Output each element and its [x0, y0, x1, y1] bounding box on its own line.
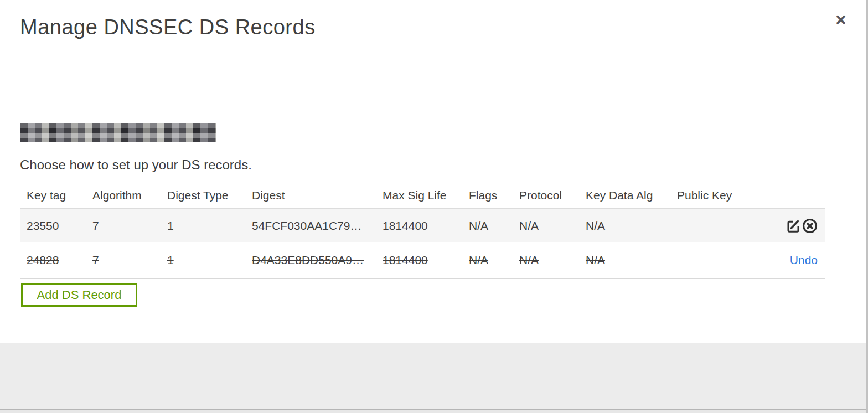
edit-in-square-icon[interactable] [786, 218, 801, 234]
cell-algorithm: 7 [92, 219, 167, 233]
cell-digest-type: 1 [167, 219, 252, 233]
cell-protocol: N/A [519, 254, 586, 267]
cell-protocol: N/A [519, 219, 586, 233]
cell-max-sig-life: 1814400 [383, 254, 469, 267]
cell-digest: D4A33E8DD550A9… [252, 254, 383, 267]
page-title: Manage DNSSEC DS Records [20, 16, 316, 39]
circle-x-icon[interactable] [802, 218, 818, 234]
cell-algorithm: 7 [92, 254, 167, 267]
col-header-key-data-alg: Key Data Alg [586, 189, 677, 202]
close-icon[interactable]: × [831, 10, 851, 30]
col-header-max-sig-life: Max Sig Life [383, 189, 469, 202]
col-header-protocol: Protocol [519, 189, 586, 202]
col-header-algorithm: Algorithm [92, 189, 167, 202]
table-header-row: Key tag Algorithm Digest Type Digest Max… [20, 183, 825, 208]
undo-link[interactable]: Undo [790, 254, 818, 267]
cell-key-tag: 23550 [20, 219, 92, 233]
cell-digest-type: 1 [167, 254, 252, 267]
cell-key-data-alg: N/A [586, 254, 677, 267]
col-header-flags: Flags [469, 189, 519, 202]
col-header-digest: Digest [252, 189, 383, 202]
row-actions: Undo [751, 254, 825, 267]
row-actions [751, 218, 825, 234]
cell-digest: 54FCF030AA1C79… [252, 219, 383, 233]
intro-text: Choose how to set up your DS records. [20, 157, 252, 173]
col-header-key-tag: Key tag [20, 189, 92, 202]
col-header-digest-type: Digest Type [167, 189, 252, 202]
modal-footer: Save Cancel [0, 343, 866, 409]
table-row-active: 23550 7 1 54FCF030AA1C79… 1814400 N/A N/… [20, 208, 825, 242]
cell-key-data-alg: N/A [586, 219, 677, 233]
table-row-deleted: 24828 7 1 D4A33E8DD550A9… 1814400 N/A N/… [20, 242, 825, 279]
cell-flags: N/A [469, 254, 519, 267]
ds-records-table: Key tag Algorithm Digest Type Digest Max… [20, 183, 825, 279]
domain-name-redacted [20, 123, 216, 142]
cell-flags: N/A [469, 219, 519, 233]
dnssec-modal: Manage DNSSEC DS Records × Choose how to… [0, 0, 868, 413]
page-background-strip [0, 410, 866, 413]
cell-max-sig-life: 1814400 [383, 219, 469, 233]
col-header-public-key: Public Key [677, 189, 751, 202]
cell-key-tag: 24828 [20, 254, 92, 267]
add-ds-record-button[interactable]: Add DS Record [21, 283, 137, 307]
